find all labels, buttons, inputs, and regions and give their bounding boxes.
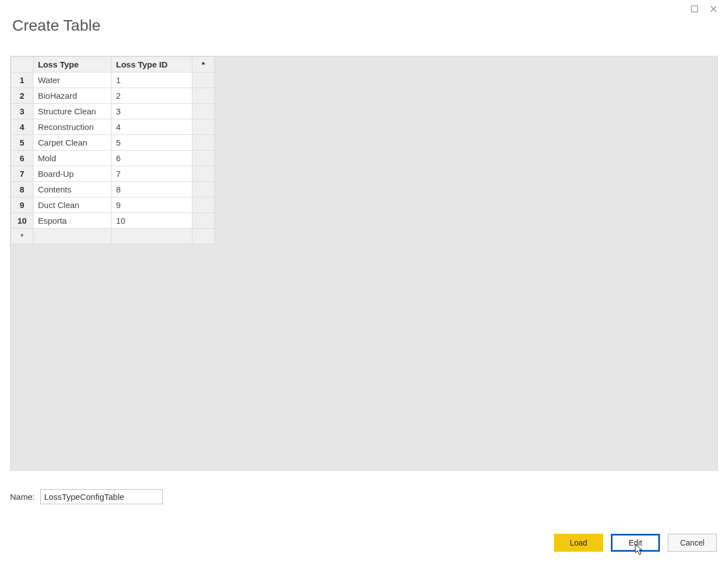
cell-extra[interactable] bbox=[192, 73, 215, 88]
cell-extra[interactable] bbox=[192, 166, 215, 182]
cell-loss-type-id[interactable]: 7 bbox=[112, 166, 192, 182]
cell-loss-type[interactable]: Duct Clean bbox=[33, 197, 112, 213]
cell-loss-type[interactable]: Reconstruction bbox=[33, 119, 112, 135]
button-row: Load Edit Cancel bbox=[554, 534, 717, 552]
cell-loss-type[interactable]: Board-Up bbox=[33, 166, 112, 182]
cell-loss-type-id[interactable]: 1 bbox=[112, 73, 192, 88]
row-number[interactable]: 4 bbox=[11, 119, 33, 135]
row-number[interactable]: 3 bbox=[11, 104, 33, 119]
row-number[interactable]: 6 bbox=[11, 151, 33, 166]
row-number[interactable]: 1 bbox=[11, 73, 33, 88]
close-icon[interactable] bbox=[709, 4, 718, 13]
cell-extra[interactable] bbox=[192, 197, 215, 213]
table-area: Loss Type Loss Type ID * 1Water12BioHaza… bbox=[10, 56, 718, 471]
cell-loss-type[interactable]: Esporta bbox=[33, 213, 112, 229]
cell-loss-type-id[interactable]: 3 bbox=[112, 104, 192, 119]
header-rownum[interactable] bbox=[11, 57, 33, 73]
header-add-column[interactable]: * bbox=[192, 57, 215, 73]
row-number[interactable]: * bbox=[11, 229, 33, 244]
table-row[interactable]: 9Duct Clean9 bbox=[11, 197, 215, 213]
row-number[interactable]: 8 bbox=[11, 182, 33, 197]
cell-extra[interactable] bbox=[192, 135, 215, 151]
table-row[interactable]: 5Carpet Clean5 bbox=[11, 135, 215, 151]
table-row[interactable]: 3Structure Clean3 bbox=[11, 104, 215, 119]
cell-loss-type[interactable]: Mold bbox=[33, 151, 112, 166]
cell-extra[interactable] bbox=[192, 88, 215, 104]
cell-loss-type[interactable]: BioHazard bbox=[33, 88, 112, 104]
cell-loss-type[interactable]: Structure Clean bbox=[33, 104, 112, 119]
window-controls bbox=[690, 4, 718, 13]
cell-loss-type-id[interactable]: 9 bbox=[112, 197, 192, 213]
header-loss-type[interactable]: Loss Type bbox=[33, 57, 112, 73]
table-row[interactable]: 8Contents8 bbox=[11, 182, 215, 197]
cell-extra[interactable] bbox=[192, 229, 215, 244]
edit-button[interactable]: Edit bbox=[611, 534, 660, 552]
cell-extra[interactable] bbox=[192, 104, 215, 119]
cell-loss-type-id[interactable]: 10 bbox=[112, 213, 192, 229]
header-loss-type-id[interactable]: Loss Type ID bbox=[112, 57, 192, 73]
table-new-row[interactable]: * bbox=[11, 229, 215, 244]
row-number[interactable]: 9 bbox=[11, 197, 33, 213]
cell-loss-type-id[interactable]: 4 bbox=[112, 119, 192, 135]
svg-rect-0 bbox=[692, 6, 698, 12]
cancel-button[interactable]: Cancel bbox=[668, 534, 717, 552]
cell-loss-type[interactable]: Contents bbox=[33, 182, 112, 197]
cell-extra[interactable] bbox=[192, 182, 215, 197]
load-button[interactable]: Load bbox=[554, 534, 603, 552]
table-row[interactable]: 2BioHazard2 bbox=[11, 88, 215, 104]
table-row[interactable]: 1Water1 bbox=[11, 73, 215, 88]
cell-loss-type-id[interactable]: 8 bbox=[112, 182, 192, 197]
cell-loss-type[interactable]: Carpet Clean bbox=[33, 135, 112, 151]
cell-loss-type-id[interactable] bbox=[112, 229, 192, 244]
cell-extra[interactable] bbox=[192, 213, 215, 229]
table-row[interactable]: 6Mold6 bbox=[11, 151, 215, 166]
row-number[interactable]: 7 bbox=[11, 166, 33, 182]
cell-extra[interactable] bbox=[192, 151, 215, 166]
cell-loss-type-id[interactable]: 6 bbox=[112, 151, 192, 166]
cell-loss-type[interactable] bbox=[33, 229, 112, 244]
row-number[interactable]: 2 bbox=[11, 88, 33, 104]
name-row: Name: bbox=[10, 489, 163, 504]
cell-loss-type-id[interactable]: 5 bbox=[112, 135, 192, 151]
table-row[interactable]: 4Reconstruction4 bbox=[11, 119, 215, 135]
cell-extra[interactable] bbox=[192, 119, 215, 135]
table-row[interactable]: 10Esporta10 bbox=[11, 213, 215, 229]
cell-loss-type[interactable]: Water bbox=[33, 73, 112, 88]
row-number[interactable]: 5 bbox=[11, 135, 33, 151]
table-row[interactable]: 7Board-Up7 bbox=[11, 166, 215, 182]
row-number[interactable]: 10 bbox=[11, 213, 33, 229]
name-label: Name: bbox=[10, 492, 35, 501]
name-input[interactable] bbox=[40, 489, 163, 504]
cell-loss-type-id[interactable]: 2 bbox=[112, 88, 192, 104]
maximize-icon[interactable] bbox=[690, 4, 699, 13]
data-grid[interactable]: Loss Type Loss Type ID * 1Water12BioHaza… bbox=[11, 56, 215, 244]
dialog-title: Create Table bbox=[0, 0, 728, 35]
